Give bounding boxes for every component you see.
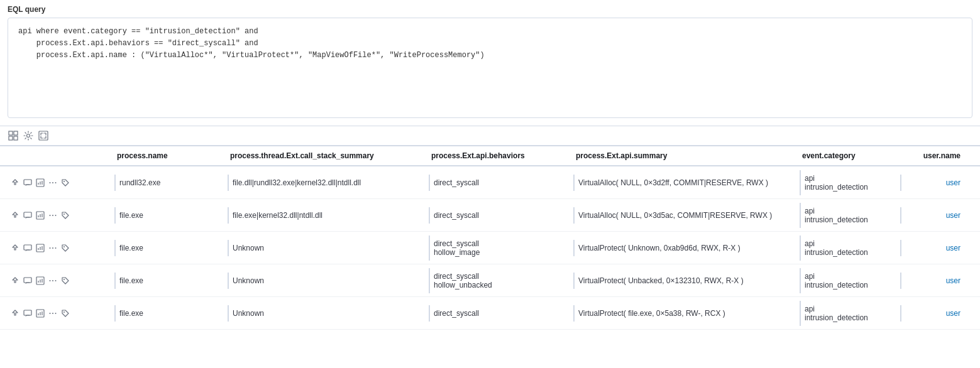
toolbar <box>0 126 980 146</box>
svg-point-12 <box>52 182 53 183</box>
cell-behaviors-1: direct_syscall <box>429 207 573 224</box>
expand-row-icon-2[interactable] <box>10 243 20 253</box>
row-actions-1 <box>8 207 114 224</box>
col-header-api-summary[interactable]: process.Ext.api.summary <box>573 146 800 165</box>
table-row: file.exe Unknown direct_syscall hollow_u… <box>0 264 980 297</box>
col-header-user-name[interactable]: user.name <box>900 146 963 165</box>
svg-point-22 <box>55 215 57 216</box>
table-row: rundll32.exe file.dll|rundll32.exe|kerne… <box>0 166 980 199</box>
more-icon-4[interactable] <box>48 308 58 318</box>
data-table: rundll32.exe file.dll|rundll32.exe|kerne… <box>0 166 980 330</box>
svg-rect-2 <box>9 136 13 140</box>
comment-icon-3[interactable] <box>23 276 33 286</box>
column-headers: process.name process.thread.Ext.call_sta… <box>0 146 980 166</box>
col-header-actions <box>8 146 114 165</box>
cell-behaviors-2: direct_syscall hollow_image <box>429 235 573 261</box>
eql-section: EQL query api where event.category == "i… <box>0 0 980 118</box>
svg-point-21 <box>52 215 53 216</box>
user-name-link-3[interactable]: user <box>946 276 961 285</box>
tag-icon-3[interactable] <box>60 276 70 286</box>
tag-icon-4[interactable] <box>60 308 70 318</box>
svg-rect-3 <box>14 136 18 140</box>
graph-icon-2[interactable] <box>35 243 45 253</box>
expand-icon[interactable] <box>38 130 49 141</box>
graph-icon-4[interactable] <box>35 308 45 318</box>
tag-icon-1[interactable] <box>60 210 70 220</box>
table-row: file.exe file.exe|kernel32.dll|ntdll.dll… <box>0 199 980 232</box>
graph-icon-3[interactable] <box>35 276 45 286</box>
cell-api-summary-0: VirtualAlloc( NULL, 0×3d2ff, COMMIT|RESE… <box>573 175 800 191</box>
table-section: process.name process.thread.Ext.call_sta… <box>0 126 980 330</box>
comment-icon-1[interactable] <box>23 210 33 220</box>
cell-process-name-1: file.exe <box>114 207 228 224</box>
svg-point-38 <box>50 280 51 281</box>
svg-point-30 <box>52 247 53 249</box>
col-header-event-category[interactable]: event.category <box>800 146 900 165</box>
cell-behaviors-0: direct_syscall <box>429 175 573 191</box>
svg-rect-42 <box>24 310 31 315</box>
cell-event-category-2: api intrusion_detection <box>800 235 900 261</box>
user-name-link-4[interactable]: user <box>946 309 961 318</box>
toolbar-icons <box>8 130 49 141</box>
col-header-call-stack[interactable]: process.thread.Ext.call_stack_summary <box>228 146 429 165</box>
graph-icon-1[interactable] <box>35 210 45 220</box>
user-name-link-0[interactable]: user <box>946 178 961 187</box>
cell-event-category-4: api intrusion_detection <box>800 301 900 326</box>
svg-point-31 <box>55 247 57 249</box>
expand-row-icon-4[interactable] <box>10 308 20 318</box>
comment-icon-4[interactable] <box>23 308 33 318</box>
cell-process-name-2: file.exe <box>114 240 228 256</box>
svg-point-32 <box>63 246 65 247</box>
user-name-link-1[interactable]: user <box>946 211 961 220</box>
cell-api-summary-2: VirtualProtect( Unknown, 0xab9d6d, RWX, … <box>573 240 800 256</box>
more-icon-1[interactable] <box>48 210 58 220</box>
svg-point-13 <box>55 182 57 183</box>
svg-rect-33 <box>24 278 31 283</box>
svg-point-41 <box>63 279 65 280</box>
svg-rect-15 <box>24 212 31 217</box>
row-actions-0 <box>8 174 114 192</box>
svg-point-4 <box>27 134 30 138</box>
comment-icon-2[interactable] <box>23 243 33 253</box>
eql-code-box[interactable]: api where event.category == "intrusion_d… <box>8 18 972 118</box>
svg-rect-0 <box>9 131 13 135</box>
more-icon-3[interactable] <box>48 276 58 286</box>
cell-call-stack-2: Unknown <box>228 240 429 256</box>
table-row: file.exe Unknown direct_syscall VirtualP… <box>0 297 980 330</box>
svg-rect-5 <box>39 131 48 140</box>
svg-point-47 <box>50 313 51 314</box>
user-name-link-2[interactable]: user <box>946 244 961 252</box>
svg-point-23 <box>63 214 65 215</box>
table-row: file.exe Unknown direct_syscall hollow_i… <box>0 232 980 264</box>
cell-event-category-3: api intrusion_detection <box>800 268 900 293</box>
svg-point-49 <box>55 313 57 314</box>
expand-row-icon-0[interactable] <box>10 178 20 188</box>
cell-api-summary-4: VirtualProtect( file.exe, 0×5a38, RW-, R… <box>573 305 800 322</box>
col-header-behaviors[interactable]: process.Ext.api.behaviors <box>429 146 573 165</box>
cell-user-name-2: user <box>900 240 963 256</box>
cell-behaviors-4: direct_syscall <box>429 305 573 322</box>
more-icon-0[interactable] <box>48 178 58 188</box>
tag-icon-2[interactable] <box>60 243 70 253</box>
cell-event-category-1: api intrusion_detection <box>800 203 900 228</box>
svg-point-29 <box>50 247 51 249</box>
col-header-process-name[interactable]: process.name <box>114 146 228 165</box>
expand-row-icon-3[interactable] <box>10 276 20 286</box>
svg-rect-24 <box>24 245 31 250</box>
cell-user-name-3: user <box>900 273 963 289</box>
cell-process-name-4: file.exe <box>114 305 228 322</box>
eql-label: EQL query <box>8 5 972 14</box>
expand-row-icon-1[interactable] <box>10 210 20 220</box>
more-icon-2[interactable] <box>48 243 58 253</box>
tag-icon-0[interactable] <box>60 178 70 188</box>
page-wrapper: EQL query api where event.category == "i… <box>0 0 980 330</box>
settings-icon[interactable] <box>23 130 34 141</box>
comment-icon-0[interactable] <box>23 178 33 188</box>
svg-point-14 <box>63 181 65 182</box>
svg-rect-1 <box>14 131 18 135</box>
svg-point-11 <box>50 182 51 183</box>
cell-user-name-4: user <box>900 305 963 322</box>
cell-call-stack-3: Unknown <box>228 273 429 289</box>
graph-icon-0[interactable] <box>35 178 45 188</box>
grid-icon[interactable] <box>8 130 19 141</box>
